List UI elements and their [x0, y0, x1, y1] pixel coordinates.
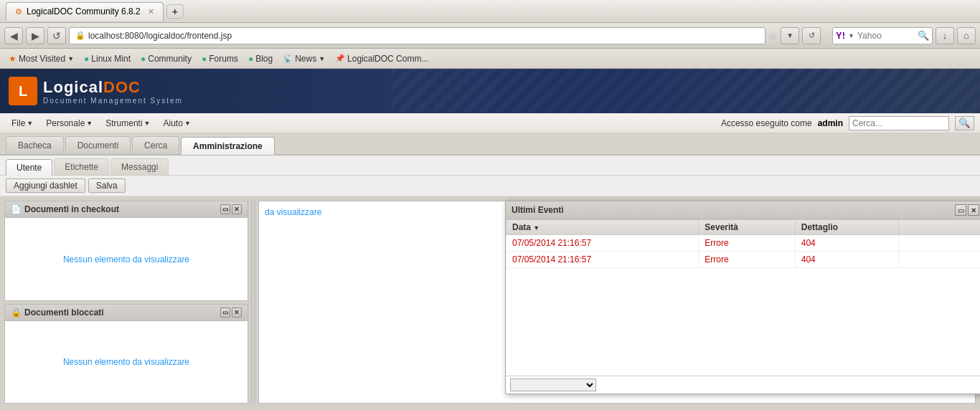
bookmark-most-visited[interactable]: ★ Most Visited ▼: [4, 52, 78, 65]
history-button[interactable]: ↺: [802, 27, 821, 44]
logo-icon: L: [9, 77, 37, 105]
sub-tab-messaggi[interactable]: Messaggi: [110, 158, 169, 175]
sub-tab-messaggi-label: Messaggi: [121, 162, 158, 172]
menu-aiuto-arrow-icon: ▼: [184, 120, 191, 127]
panels-row: 📄 Documenti in checkout ▭ ✕ Nessun eleme…: [4, 201, 976, 404]
logo-text: LogicalDOC Document Management System: [43, 78, 183, 105]
accesso-user: admin: [818, 118, 843, 128]
eventi-filter-select[interactable]: [510, 378, 596, 391]
row2-dettaglio: 404: [795, 252, 898, 268]
bookmark-news[interactable]: 📡 News ▼: [278, 52, 329, 65]
search-icon: 🔍: [958, 118, 971, 128]
panel-checkout-title: Documenti in checkout: [24, 204, 119, 214]
bookmark-community[interactable]: ● Community: [136, 52, 196, 65]
row1-dettaglio: 404: [795, 235, 898, 252]
back-button[interactable]: ◀: [4, 27, 23, 44]
col-severita-header[interactable]: Severità: [699, 220, 795, 235]
reload-button[interactable]: ↺: [47, 27, 66, 44]
menu-aiuto[interactable]: Aiuto ▼: [158, 116, 197, 130]
bookmark-linux-mint[interactable]: ● Linux Mint: [80, 52, 135, 65]
tab-amministrazione-label: Amministrazione: [193, 141, 263, 151]
logo-logical: Logical: [43, 78, 103, 96]
menu-file[interactable]: File ▼: [6, 116, 39, 130]
download-button[interactable]: ↓: [936, 27, 954, 44]
tab-cerca[interactable]: Cerca: [132, 136, 179, 154]
bookmark-star-icon[interactable]: ☆: [768, 30, 778, 42]
eventi-table: Data Severità Dettaglio: [506, 219, 980, 268]
panel-divider[interactable]: [251, 201, 255, 404]
panel-bloccati-title: Documenti bloccati: [24, 308, 104, 318]
content-toolbar: Aggiungi dashlet Salva: [0, 176, 980, 196]
bookmark-logicaldoc[interactable]: 📌 LogicalDOC Comm...: [331, 52, 433, 65]
checkout-doc-icon: 📄: [11, 204, 22, 214]
tab-documenti[interactable]: Documenti: [65, 136, 131, 154]
reload-icon: ↺: [52, 30, 61, 42]
bookmark-forums[interactable]: ● Forums: [197, 52, 242, 65]
eventi-dialog-controls: ▭ ✕: [955, 204, 979, 216]
forums-icon: ●: [202, 54, 207, 64]
search-input[interactable]: [857, 31, 915, 41]
blog-label: Blog: [255, 54, 273, 64]
search-bar: Y! ▼ 🔍: [832, 27, 933, 44]
yahoo-icon: Y!: [836, 30, 845, 41]
tab-bacheca[interactable]: Bacheca: [6, 136, 64, 154]
col-filter-header: [899, 220, 981, 235]
bloccati-empty-text: Nessun elemento da visualizzare: [63, 357, 189, 367]
eventi-close-button[interactable]: ✕: [968, 204, 979, 216]
panel-checkout-close-button[interactable]: ✕: [232, 204, 242, 214]
panel-checkout-header-left: 📄 Documenti in checkout: [11, 204, 119, 214]
bookmark-dropdown-button[interactable]: ▼: [781, 27, 799, 44]
panel-bloccati-restore-button[interactable]: ▭: [220, 308, 230, 318]
right-panel-text: da visualizzare: [265, 207, 321, 217]
panel-bloccati-close-button[interactable]: ✕: [232, 308, 242, 318]
tab-close-icon[interactable]: ✕: [148, 7, 154, 16]
sub-tab-utente[interactable]: Utente: [6, 159, 52, 176]
menu-file-arrow-icon: ▼: [27, 120, 33, 127]
browser-toolbar: ◀ ▶ ↺ 🔒 ☆ ▼ ↺ Y! ▼ 🔍 ↓ ⌂: [0, 23, 980, 49]
col-data-header[interactable]: Data: [507, 220, 699, 235]
bookmark-blog[interactable]: ● Blog: [244, 52, 277, 65]
sub-tabs: Utente Etichette Messaggi: [0, 156, 980, 176]
row1-extra: [899, 235, 981, 252]
sub-tab-etichette[interactable]: Etichette: [54, 158, 109, 175]
sub-tab-etichette-label: Etichette: [65, 162, 98, 172]
panel-checkout-restore-button[interactable]: ▭: [220, 204, 230, 214]
panel-bloccati: 🔒 Documenti bloccati ▭ ✕ Nessun elemento…: [4, 304, 248, 404]
aggiungi-dashlet-button[interactable]: Aggiungi dashlet: [6, 178, 85, 193]
menu-personale[interactable]: Personale ▼: [40, 116, 98, 130]
search-submit-icon[interactable]: 🔍: [918, 30, 929, 41]
linux-mint-label: Linux Mint: [91, 54, 131, 64]
col-dettaglio-label: Dettaglio: [801, 222, 838, 232]
cerca-input[interactable]: [849, 116, 949, 130]
news-icon: 📡: [283, 54, 293, 63]
browser-tab[interactable]: ⚙ LogicalDOC Community 6.8.2 ✕: [6, 2, 164, 21]
community-label: Community: [148, 54, 192, 64]
accesso-label: Accesso eseguito come: [721, 118, 812, 128]
eventi-restore-button[interactable]: ▭: [955, 204, 966, 216]
logicaldoc-bm-label: LogicalDOC Comm...: [347, 54, 428, 64]
row1-severita: Errore: [699, 235, 795, 252]
most-visited-label: Most Visited: [19, 54, 65, 64]
address-input[interactable]: [88, 31, 759, 41]
news-arrow-icon: ▼: [319, 55, 325, 62]
linux-mint-icon: ●: [84, 54, 89, 64]
panel-checkout-body: Nessun elemento da visualizzare: [5, 218, 248, 300]
browser-titlebar: ⚙ LogicalDOC Community 6.8.2 ✕ +: [0, 0, 980, 23]
new-tab-button[interactable]: +: [166, 4, 184, 19]
panel-bloccati-body: Nessun elemento da visualizzare: [5, 321, 248, 403]
menu-strumenti[interactable]: Strumenti ▼: [100, 116, 156, 130]
menu-personale-arrow-icon: ▼: [86, 120, 93, 127]
logo-letter: L: [19, 83, 27, 100]
bookmarks-bar: ★ Most Visited ▼ ● Linux Mint ● Communit…: [0, 49, 980, 69]
row2-data: 07/05/2014 21:16:57: [507, 252, 699, 268]
cerca-button[interactable]: 🔍: [955, 116, 974, 130]
tab-amministrazione[interactable]: Amministrazione: [181, 137, 275, 155]
forward-button[interactable]: ▶: [26, 27, 44, 44]
home-button[interactable]: ⌂: [957, 27, 976, 44]
col-dettaglio-header[interactable]: Dettaglio: [795, 220, 898, 235]
eventi-dialog-header: Ultimi Eventi ▭ ✕: [506, 201, 980, 219]
panel-bloccati-header-left: 🔒 Documenti bloccati: [11, 308, 104, 318]
search-dropdown-icon[interactable]: ▼: [848, 32, 854, 39]
most-visited-arrow-icon: ▼: [67, 55, 74, 62]
salva-button[interactable]: Salva: [88, 178, 126, 193]
